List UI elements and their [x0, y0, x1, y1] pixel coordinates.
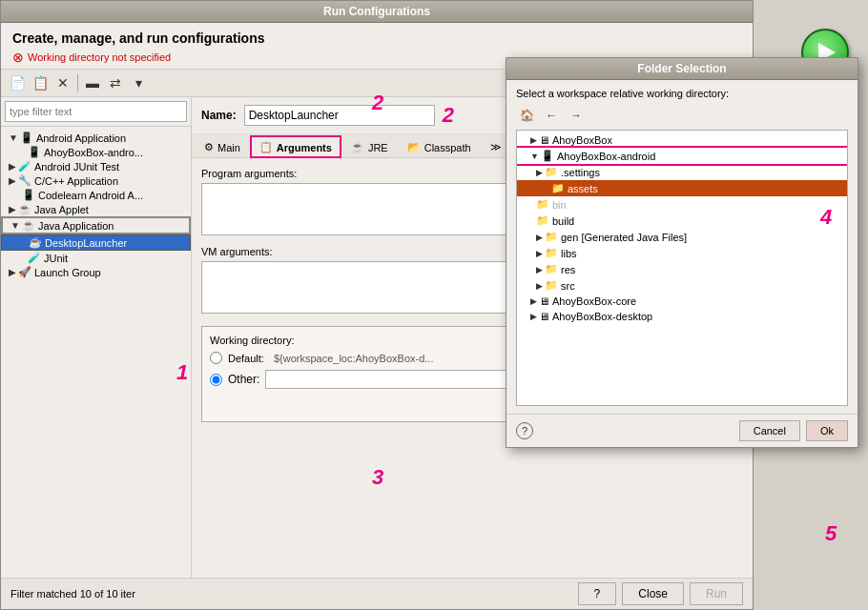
annotation-2: 2 — [443, 103, 454, 128]
tab-main-icon: ⚙ — [204, 141, 214, 153]
ftree-item-settings[interactable]: ▶ 📁 .settings — [517, 164, 847, 180]
ftree-item-gen[interactable]: ▶ 📁 gen [Generated Java Files] — [517, 229, 847, 245]
tab-main[interactable]: ⚙ Main — [196, 136, 249, 157]
tree-label-ahoyboxbox-android: AhoyBoxBox-andro... — [44, 147, 143, 158]
desktop-launcher-icon: ☕ — [29, 236, 42, 249]
view-menu-button[interactable]: ▾ — [128, 72, 149, 93]
bottom-bar: Filter matched 10 of 10 iter ? Close Run — [1, 578, 753, 609]
folder-tree: ▶ 🖥 AhoyBoxBox ▼ 📱 AhoyBoxBox-android ▶ … — [516, 130, 848, 406]
filter-input[interactable] — [5, 101, 187, 122]
duplicate-button[interactable]: 📋 — [30, 72, 51, 93]
default-radio[interactable] — [210, 352, 222, 364]
folder-help-button[interactable]: ? — [516, 422, 533, 439]
ftree-icon-libs: 📁 — [545, 247, 558, 259]
tree-item-ahoyboxbox-android[interactable]: 📱 AhoyBoxBox-andro... — [1, 145, 191, 159]
tree-item-cpp[interactable]: ▶ 🔧 C/C++ Application — [1, 173, 191, 188]
folder-ok-button[interactable]: Ok — [806, 420, 848, 441]
ftree-item-ahoyboxbox-android[interactable]: ▼ 📱 AhoyBoxBox-android — [517, 148, 847, 164]
ftree-label-settings: .settings — [561, 167, 600, 178]
ftree-icon-core: 🖥 — [539, 295, 549, 307]
junit-icon: 🧪 — [18, 160, 31, 173]
ftree-item-libs[interactable]: ▶ 📁 libs — [517, 245, 847, 261]
java-app-icon: ☕ — [22, 219, 35, 232]
folder-cancel-button[interactable]: Cancel — [739, 420, 800, 441]
ftree-item-bin[interactable]: 📁 bin — [517, 196, 847, 213]
tab-arguments-icon: 📋 — [259, 141, 273, 153]
main-dialog-title: Run Configurations — [323, 5, 430, 18]
tab-classpath[interactable]: 📂 Classpath — [399, 136, 480, 157]
tab-arguments[interactable]: 📋 Arguments — [251, 136, 341, 157]
folder-back-button[interactable]: ← — [541, 105, 562, 126]
ftree-arrow-libs: ▶ — [536, 249, 543, 258]
collapse-all-button[interactable]: ⇄ — [105, 72, 126, 93]
tree-label-codelearn: Codelearn Android A... — [38, 190, 143, 201]
ftree-item-ahoyboxbox[interactable]: ▶ 🖥 AhoyBoxBox — [517, 132, 847, 148]
folder-dialog: Folder Selection Select a workspace rela… — [506, 57, 858, 448]
ftree-arrow-ahoyboxbox-android: ▼ — [530, 152, 539, 161]
tree-label-java-applet: Java Applet — [34, 204, 89, 215]
ftree-icon-settings: 📁 — [545, 166, 558, 178]
ftree-item-ahoyboxbox-desktop[interactable]: ▶ 🖥 AhoyBoxBox-desktop — [517, 309, 847, 324]
ftree-label-ahoyboxbox: AhoyBoxBox — [552, 134, 612, 146]
tree-label-java-app: Java Application — [38, 220, 114, 232]
ftree-arrow-settings: ▶ — [536, 168, 543, 177]
folder-content: Select a workspace relative working dire… — [506, 80, 858, 414]
tree-item-codelearn[interactable]: 📱 Codelearn Android A... — [1, 188, 191, 202]
ftree-arrow-src: ▶ — [536, 281, 543, 291]
tree-item-android-app[interactable]: ▼ 📱 Android Application — [1, 131, 191, 145]
ftree-icon-ahoyboxbox-android: 📱 — [541, 150, 554, 162]
filter-button[interactable]: ▬ — [82, 72, 103, 93]
other-radio[interactable] — [210, 374, 222, 386]
tree-item-java-app[interactable]: ▼ ☕ Java Application — [1, 216, 191, 234]
new-config-button[interactable]: 📄 — [7, 72, 28, 93]
ftree-icon-assets: 📁 — [551, 182, 565, 194]
tab-jre[interactable]: ☕ JRE — [342, 136, 397, 157]
default-path: ${workspace_loc:AhoyBoxBox-d... — [274, 353, 434, 364]
config-tree: ▼ 📱 Android Application 📱 AhoyBoxBox-and… — [1, 127, 191, 578]
ftree-icon-res: 📁 — [545, 263, 558, 275]
ftree-arrow-core: ▶ — [530, 296, 537, 306]
ftree-arrow-ahoyboxbox: ▶ — [530, 135, 537, 145]
ftree-label-ahoyboxbox-android: AhoyBoxBox-android — [557, 151, 655, 162]
tab-classpath-label: Classpath — [424, 142, 471, 153]
tab-arguments-label: Arguments — [277, 142, 332, 153]
ftree-icon-build: 📁 — [536, 214, 549, 227]
bottom-buttons: ? Close Run — [578, 582, 743, 605]
java-applet-icon: ☕ — [18, 203, 31, 215]
ftree-label-desktop: AhoyBoxBox-desktop — [552, 311, 652, 322]
ftree-item-ahoyboxbox-core[interactable]: ▶ 🖥 AhoyBoxBox-core — [517, 294, 847, 309]
tab-main-label: Main — [217, 142, 240, 153]
question-button[interactable]: ? — [578, 582, 617, 605]
folder-desc: Select a workspace relative working dire… — [516, 88, 848, 99]
android-app-icon: 📱 — [20, 132, 33, 144]
tree-label-cpp: C/C++ Application — [34, 175, 118, 187]
tree-item-java-applet[interactable]: ▶ ☕ Java Applet — [1, 202, 191, 216]
ftree-item-assets[interactable]: 📁 assets — [517, 180, 847, 196]
tree-item-desktop-launcher[interactable]: ☕ DesktopLauncher — [1, 234, 191, 251]
ftree-icon-src: 📁 — [545, 279, 558, 292]
ftree-item-src[interactable]: ▶ 📁 src — [517, 277, 847, 294]
left-panel: ▼ 📱 Android Application 📱 AhoyBoxBox-and… — [1, 97, 192, 578]
cpp-icon: 🔧 — [18, 174, 31, 187]
tab-jre-label: JRE — [368, 142, 388, 153]
name-input[interactable] — [244, 105, 435, 126]
folder-toolbar: 🏠 ← → — [516, 105, 848, 126]
ftree-item-res[interactable]: ▶ 📁 res — [517, 261, 847, 277]
ftree-label-core: AhoyBoxBox-core — [552, 295, 636, 307]
ftree-icon-bin: 📁 — [536, 198, 549, 211]
collapse-android-icon: ▼ — [9, 132, 18, 143]
close-button[interactable]: Close — [622, 582, 684, 605]
tree-item-junit[interactable]: ▶ 🧪 Android JUnit Test — [1, 159, 191, 173]
tree-label-launch-group: Launch Group — [34, 267, 101, 278]
tree-item-junit2[interactable]: 🧪 JUnit — [1, 251, 191, 265]
other-label: Other: — [228, 373, 259, 386]
tree-item-launch-group[interactable]: ▶ 🚀 Launch Group — [1, 265, 191, 279]
run-button[interactable]: Run — [690, 582, 743, 605]
delete-button[interactable]: ✕ — [52, 72, 73, 93]
folder-forward-button[interactable]: → — [566, 105, 587, 126]
codelearn-icon: 📱 — [22, 189, 35, 201]
ftree-arrow-gen: ▶ — [536, 233, 543, 242]
folder-home-button[interactable]: 🏠 — [516, 105, 537, 126]
ftree-item-build[interactable]: 📁 build — [517, 213, 847, 229]
tree-label-junit2: JUnit — [44, 253, 68, 264]
